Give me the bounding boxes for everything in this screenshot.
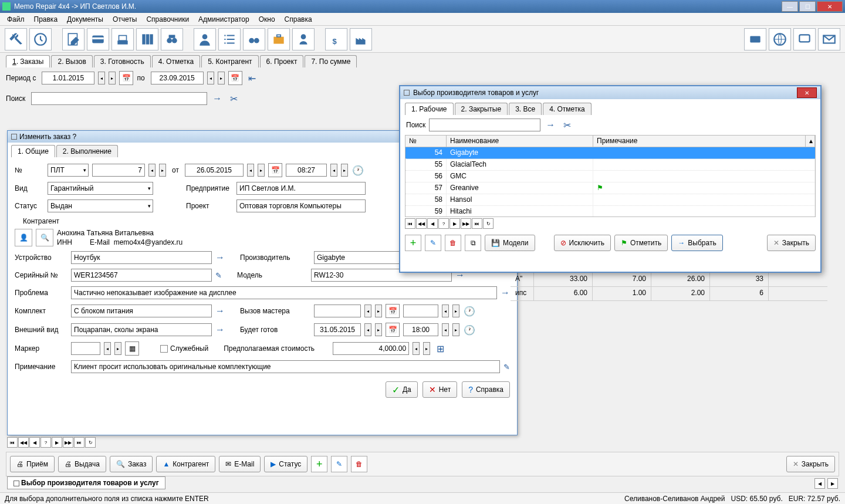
close-button[interactable]: ✕Закрыть (786, 456, 835, 472)
delete-button[interactable]: 🗑 (445, 235, 461, 251)
order-time[interactable]: 08:27 (286, 164, 327, 177)
device-pick-icon[interactable]: → (215, 252, 225, 263)
tab-exec[interactable]: 2. Выполнение (56, 145, 118, 157)
calendar-from-icon[interactable]: 📅 (119, 71, 133, 85)
enterprise-input[interactable] (236, 182, 366, 195)
person-icon[interactable] (194, 28, 216, 50)
calendar-icon[interactable]: 📅 (386, 323, 400, 337)
cash-register-icon[interactable] (111, 28, 134, 50)
contragent-button[interactable]: ▲Контрагент (156, 456, 215, 472)
tab-project[interactable]: 6. Проект (260, 55, 304, 67)
scroll-left[interactable]: ◀ (814, 478, 825, 489)
nav-first[interactable]: ⏮ (405, 218, 415, 229)
help-button[interactable]: ?Справка (462, 381, 510, 398)
menu-edit[interactable]: Правка (29, 14, 63, 25)
nav-refresh[interactable]: ↻ (85, 437, 96, 448)
appearance-pick-icon[interactable]: → (215, 324, 225, 335)
globe-icon[interactable] (769, 28, 791, 50)
taskbar-tab[interactable]: Выбор производителя товаров и услуг (7, 476, 165, 489)
nav-prev-page[interactable]: ◀◀ (416, 218, 427, 229)
popup-close-button[interactable]: ✕ (797, 87, 817, 98)
stamp-icon[interactable] (744, 28, 766, 50)
calendar-icon[interactable]: 📅 (386, 304, 400, 318)
nav-q[interactable]: ? (438, 218, 449, 229)
models-button[interactable]: 💾Модели (485, 235, 535, 251)
yes-button[interactable]: ✓Да (386, 381, 418, 398)
service-checkbox[interactable] (160, 345, 168, 353)
popup-search-go-icon[interactable]: → (544, 119, 557, 131)
maximize-button[interactable]: ☐ (799, 1, 816, 12)
briefcase-icon[interactable] (268, 28, 290, 50)
order-date[interactable]: 26.05.2015 (185, 164, 244, 177)
card-icon[interactable] (87, 28, 109, 50)
clock-icon[interactable]: 🕐 (463, 323, 476, 336)
folders-icon[interactable] (136, 28, 158, 50)
tab-contragent[interactable]: 5. Контрагент (201, 55, 258, 67)
calendar-to-icon[interactable]: 📅 (228, 71, 242, 85)
tab-sum[interactable]: 7. По сумме (305, 55, 357, 67)
edit-doc-icon[interactable] (62, 28, 84, 50)
exclude-button[interactable]: ⊘Исключить (554, 235, 611, 251)
scroll-right[interactable]: ▶ (827, 478, 838, 489)
problem-input[interactable] (71, 286, 497, 299)
search-cut-icon[interactable]: ✂ (227, 92, 240, 105)
search-go-icon[interactable]: → (211, 92, 224, 105)
add-button[interactable]: + (405, 235, 421, 251)
mark-button[interactable]: ⚑Отметить (614, 235, 668, 251)
binoculars-icon[interactable] (161, 28, 183, 50)
menu-documents[interactable]: Документы (62, 14, 108, 25)
popup-tab-working[interactable]: 1. Рабочие (405, 103, 454, 115)
popup-tab-mark[interactable]: 4. Отметка (543, 103, 591, 115)
date-to-inc[interactable]: ▸ (218, 72, 225, 84)
tab-orders[interactable]: 1. Заказы (6, 55, 50, 67)
clock-icon[interactable]: 🕐 (463, 305, 476, 317)
note-input[interactable] (71, 360, 500, 373)
status-button[interactable]: ▶Статус (264, 456, 307, 472)
tools-icon[interactable] (5, 28, 27, 50)
tab-mark[interactable]: 4. Отметка (152, 55, 200, 67)
serial-edit-icon[interactable]: ✎ (215, 271, 222, 280)
close-button[interactable]: ✕ (817, 1, 843, 12)
col-name[interactable]: Наименование (447, 136, 593, 147)
tab-ready[interactable]: 3. Готовность (94, 55, 151, 67)
popup-tab-closed[interactable]: 2. Закрытые (455, 103, 508, 115)
clock-icon[interactable]: 🕐 (351, 164, 364, 177)
tab-general[interactable]: 1. Общие (11, 145, 55, 157)
minimize-button[interactable]: — (782, 1, 798, 12)
nav-next-page[interactable]: ▶▶ (63, 437, 73, 448)
num-inc[interactable]: ▸ (159, 164, 166, 177)
date-from-inc[interactable]: ▸ (109, 72, 116, 84)
tab-call[interactable]: 2. Вызов (51, 55, 92, 67)
serial-input[interactable] (71, 269, 212, 282)
accept-button[interactable]: 🖨Приём (10, 456, 55, 472)
grid-row[interactable]: 54Gigabyte (405, 147, 815, 159)
grid-row[interactable]: 59Hitachi (405, 206, 815, 217)
date-to-dec[interactable]: ◂ (207, 72, 214, 84)
nav-next[interactable]: ▶ (52, 437, 62, 448)
grid-scroll-up[interactable]: ▴ (806, 136, 815, 147)
mail-icon[interactable] (818, 28, 840, 50)
master-date[interactable] (314, 305, 361, 317)
chat-icon[interactable] (793, 28, 816, 50)
nav-last[interactable]: ⏭ (74, 437, 84, 448)
popup-tab-all[interactable]: 3. Все (509, 103, 542, 115)
nav-q[interactable]: ? (40, 437, 51, 448)
date-from-dec[interactable]: ◂ (98, 72, 105, 84)
nav-last[interactable]: ⏭ (472, 218, 482, 229)
appearance-input[interactable] (71, 323, 212, 336)
problem-pick-icon[interactable]: → (501, 287, 510, 298)
no-button[interactable]: ✕Нет (422, 381, 457, 398)
nav-prev[interactable]: ◀ (29, 437, 40, 448)
grid-row[interactable]: 57Greanive⚑ (405, 182, 815, 194)
edit-icon[interactable]: ✎ (331, 456, 347, 472)
nav-next-page[interactable]: ▶▶ (461, 218, 471, 229)
select-button[interactable]: →Выбрать (671, 235, 722, 251)
person-icon[interactable]: 👤 (15, 229, 32, 246)
date-to-input[interactable]: 23.09.2015 (151, 72, 204, 84)
menu-file[interactable]: Файл (2, 14, 29, 25)
grid-row[interactable]: 55GlacialTech (405, 159, 815, 171)
user-icon[interactable] (292, 28, 315, 50)
col-note[interactable]: Примечание (593, 136, 806, 147)
status-combo[interactable]: Выдан (48, 199, 153, 212)
num-dec[interactable]: ◂ (148, 164, 156, 177)
